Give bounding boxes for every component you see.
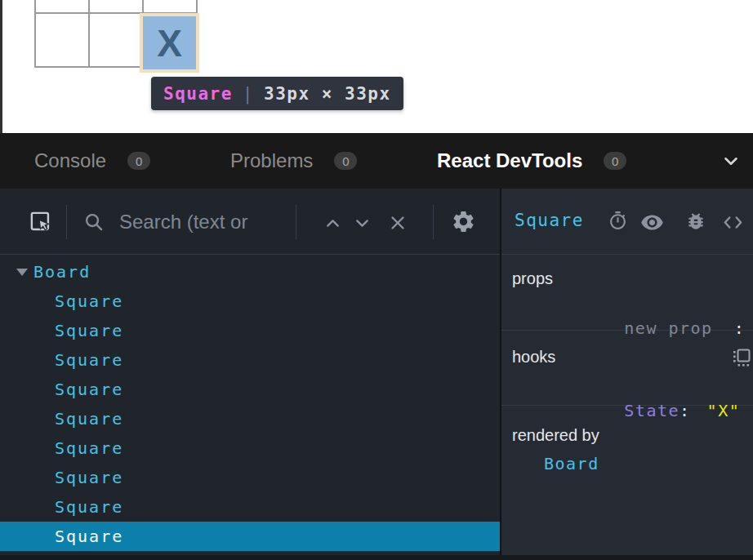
component-tree: Board SquareSquareSquareSquareSquareSqua… <box>0 256 500 555</box>
tab-count-badge: 0 <box>334 152 357 170</box>
board-cell[interactable] <box>36 0 90 14</box>
chevron-down-icon[interactable] <box>720 150 742 171</box>
tooltip-separator: | <box>243 84 254 104</box>
bug-icon[interactable] <box>685 211 706 232</box>
tree-item-label: Square <box>55 497 123 517</box>
inspector-pane: Square props new prop:"" hooks <box>501 189 753 555</box>
board-cell[interactable] <box>90 0 144 14</box>
tab-react-devtools[interactable]: React DevTools 0 <box>437 133 626 189</box>
tree-item-label: Square <box>55 527 123 546</box>
gear-icon[interactable] <box>451 209 476 234</box>
tree-item-label: Square <box>55 468 123 487</box>
next-match-icon[interactable] <box>352 213 372 233</box>
tree-item-label: Square <box>55 380 123 399</box>
search-input[interactable] <box>118 208 291 236</box>
previous-match-icon[interactable] <box>323 213 343 233</box>
eye-icon[interactable] <box>640 211 664 234</box>
tab-problems[interactable]: Problems 0 <box>230 133 357 189</box>
inspect-element-icon[interactable] <box>29 210 52 233</box>
clear-search-icon[interactable] <box>387 212 408 233</box>
tree-item-label: Square <box>55 350 123 370</box>
tree-item-square-6[interactable]: Square <box>0 433 500 463</box>
tree-item-square-8[interactable]: Square <box>0 492 500 522</box>
rendered-by-section: rendered by Board <box>501 406 753 555</box>
window-left-edge <box>0 0 2 133</box>
tree-toolbar <box>0 189 500 255</box>
tree-item-label: Square <box>55 321 123 340</box>
inspect-highlight-padding: X <box>140 13 199 73</box>
tree-item-label: Square <box>55 438 123 458</box>
components-tree-pane: Board SquareSquareSquareSquareSquareSqua… <box>0 189 500 555</box>
tree-item-label: Square <box>55 291 123 311</box>
inspector-header: Square <box>501 189 753 255</box>
tree-item-square-5[interactable]: Square <box>0 404 500 433</box>
tree-item-label: Square <box>55 409 123 429</box>
tree-item-square-1[interactable]: Square <box>0 287 500 316</box>
view-source-icon[interactable] <box>721 211 745 234</box>
timer-icon[interactable] <box>608 211 628 231</box>
tooltip-dimensions: 33px × 33px <box>264 84 391 104</box>
react-devtools-panel: Board SquareSquareSquareSquareSquareSqua… <box>0 189 753 555</box>
board-cell[interactable] <box>90 14 144 68</box>
rendered-by-board-link[interactable]: Board <box>544 454 599 473</box>
window-bottom-edge <box>0 555 753 560</box>
board-cell-value: X <box>157 21 182 65</box>
tooltip-component-name: Square <box>163 84 233 104</box>
devtools-tabbar: Console 0 Problems 0 React DevTools 0 <box>0 133 753 189</box>
tree-item-board[interactable]: Board <box>0 257 500 287</box>
tree-item-square-4[interactable]: Square <box>0 375 500 404</box>
tree-item-square-3[interactable]: Square <box>0 345 500 375</box>
search-icon <box>83 211 105 233</box>
inspect-highlight-content[interactable]: X <box>143 16 196 69</box>
toolbar-divider <box>296 205 296 239</box>
expander-triangle-icon[interactable] <box>16 269 28 276</box>
tab-label: Console <box>34 149 106 172</box>
toolbar-divider <box>66 205 67 239</box>
inspect-tooltip: Square | 33px × 33px <box>151 77 403 110</box>
browser-viewport: X Square | 33px × 33px <box>0 0 753 133</box>
toolbar-divider <box>433 205 434 239</box>
tree-item-square-7[interactable]: Square <box>0 463 500 492</box>
selected-component-name: Square <box>515 211 584 230</box>
rendered-by-title: rendered by <box>512 426 599 445</box>
props-section: props new prop:"" <box>501 255 753 331</box>
board-cell[interactable] <box>36 14 90 68</box>
hooks-section-title: hooks <box>512 348 555 367</box>
tab-console[interactable]: Console 0 <box>34 133 150 189</box>
tree-item-label: Board <box>33 262 91 282</box>
component-tree-children: SquareSquareSquareSquareSquareSquareSqua… <box>0 287 500 551</box>
tree-item-square-2[interactable]: Square <box>0 316 500 345</box>
tab-label: Problems <box>230 149 313 172</box>
hooks-section: hooks State:"X" <box>501 331 753 406</box>
tab-count-badge: 0 <box>604 152 626 170</box>
tab-label: React DevTools <box>437 149 582 172</box>
props-section-title: props <box>512 269 553 288</box>
tree-item-square-9[interactable]: Square <box>0 522 500 551</box>
tab-count-badge: 0 <box>127 152 150 170</box>
parse-hook-names-icon[interactable] <box>732 348 751 367</box>
board-cell[interactable] <box>144 0 198 14</box>
